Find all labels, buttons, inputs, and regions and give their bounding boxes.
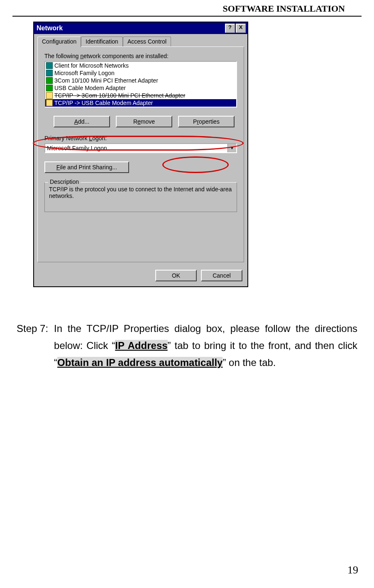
- tab-configuration[interactable]: Configuration: [37, 37, 81, 47]
- protocol-icon: [46, 92, 53, 99]
- remove-button-hotkey: e: [137, 118, 141, 125]
- list-item-label: Client for Microsoft Networks: [54, 62, 129, 69]
- list-item-label: Microsoft Family Logon: [54, 70, 115, 76]
- primary-logon-label: Primary Network Logon:: [44, 135, 237, 142]
- file-print-sharing-button[interactable]: File and Print Sharing...: [44, 161, 129, 173]
- description-text: TCP/IP is the protocol you use to connec…: [49, 186, 232, 199]
- add-button-hotkey: A: [74, 118, 78, 125]
- list-item-label: 3Com 10/100 Mini PCI Ethernet Adapter: [54, 77, 158, 84]
- add-button[interactable]: Add...: [54, 116, 110, 127]
- primary-logon-label-pre: Primary Network: [44, 135, 89, 142]
- highlight-ip-address: IP Address: [115, 340, 167, 351]
- add-button-label: dd...: [78, 118, 89, 125]
- component-buttons: Add... Remove Properties: [54, 116, 237, 127]
- step-7: Step 7: In the TCP/IP Properties dialog …: [17, 320, 357, 371]
- components-listbox[interactable]: Client for Microsoft Networks Microsoft …: [44, 61, 237, 107]
- client-icon: [46, 62, 53, 69]
- components-label-pre: The following: [44, 53, 80, 59]
- cancel-button[interactable]: Cancel: [201, 270, 242, 281]
- list-item[interactable]: 3Com 10/100 Mini PCI Ethernet Adapter: [45, 77, 236, 84]
- list-item-label: USB Cable Modem Adapter: [54, 85, 126, 91]
- list-item[interactable]: USB Cable Modem Adapter: [45, 84, 236, 92]
- components-label-post: etwork components are installed:: [83, 53, 169, 59]
- dialog-footer: OK Cancel: [34, 266, 247, 286]
- screenshot: Network ? X Configuration Identification…: [33, 22, 250, 287]
- network-dialog: Network ? X Configuration Identification…: [33, 22, 248, 287]
- properties-button[interactable]: Properties: [178, 116, 235, 127]
- adapter-icon: [46, 85, 53, 91]
- page-number: 19: [347, 564, 358, 576]
- client-icon: [46, 70, 53, 76]
- components-label: The following network components are ins…: [44, 53, 237, 59]
- list-item[interactable]: TCP/IP -> 3Com 10/100 Mini PCI Ethernet …: [45, 92, 236, 99]
- list-item[interactable]: Microsoft Family Logon: [45, 69, 236, 77]
- close-button[interactable]: X: [236, 24, 246, 33]
- highlight-obtain-ip: Obtain an IP address automatically: [57, 357, 222, 368]
- protocol-icon: [46, 100, 53, 106]
- list-item-selected[interactable]: TCP/IP -> USB Cable Modem Adapter: [45, 99, 236, 107]
- tabs: Configuration Identification Access Cont…: [34, 34, 247, 46]
- help-button[interactable]: ?: [225, 24, 235, 33]
- primary-logon-value: Microsoft Family Logon: [45, 144, 227, 152]
- primary-logon-hotkey: L: [89, 135, 92, 142]
- ok-button[interactable]: OK: [155, 270, 197, 281]
- description-legend: Description: [48, 178, 81, 185]
- remove-button-pre: R: [133, 118, 137, 125]
- tab-identification[interactable]: Identification: [81, 37, 123, 46]
- page-header: SOFTWARE INSTALLATION: [12, 0, 362, 17]
- description-group: Description TCP/IP is the protocol you u…: [44, 182, 237, 212]
- primary-logon-label-post: ogon:: [92, 135, 107, 142]
- chevron-down-icon[interactable]: ▼: [227, 144, 236, 152]
- step-label: Step 7:: [17, 320, 50, 371]
- step-body: In the TCP/IP Properties dialog box, ple…: [50, 320, 357, 371]
- remove-button-post: move: [141, 118, 155, 125]
- list-item-label: TCP/IP -> USB Cable Modem Adapter: [54, 100, 153, 106]
- titlebar: Network ? X: [34, 22, 247, 34]
- tab-panel-configuration: The following network components are ins…: [37, 46, 244, 262]
- list-item[interactable]: Client for Microsoft Networks: [45, 62, 236, 69]
- remove-button[interactable]: Remove: [116, 116, 172, 127]
- tab-access-control[interactable]: Access Control: [123, 37, 171, 46]
- list-item-label: TCP/IP -> 3Com 10/100 Mini PCI Ethernet …: [54, 92, 185, 99]
- step-body-post: ” on the tab.: [222, 357, 276, 368]
- adapter-icon: [46, 77, 53, 84]
- file-share-label: ile and Print Sharing...: [60, 164, 117, 171]
- primary-logon-dropdown[interactable]: Microsoft Family Logon ▼: [44, 143, 237, 153]
- dialog-title: Network: [37, 24, 224, 32]
- properties-button-post: operties: [199, 118, 220, 125]
